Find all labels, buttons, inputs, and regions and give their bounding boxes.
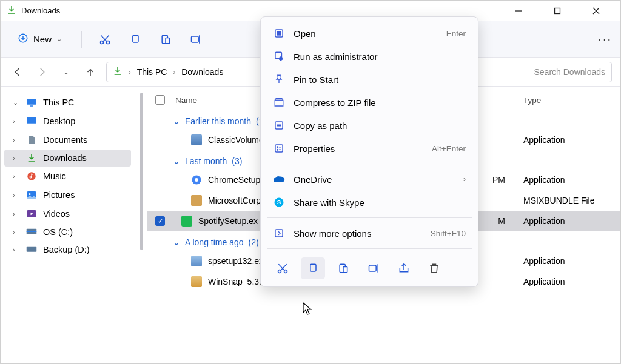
music-icon <box>26 171 37 182</box>
close-button[interactable] <box>583 2 609 20</box>
chevron-right-icon: › <box>13 136 20 144</box>
minimize-button[interactable] <box>505 2 532 20</box>
more-button[interactable]: ··· <box>598 32 612 46</box>
sidebar-label: OS (C:) <box>43 227 73 237</box>
window-title: Downloads <box>21 6 505 15</box>
sidebar-label: Downloads <box>43 153 87 163</box>
svg-rect-24 <box>277 31 281 35</box>
pictures-icon <box>26 190 37 200</box>
ctx-delete-button[interactable] <box>422 257 446 279</box>
download-app-icon <box>7 5 16 17</box>
ctx-show-more[interactable]: Show more options Shift+F10 <box>264 222 474 245</box>
svg-rect-38 <box>369 265 377 271</box>
sidebar-item-videos[interactable]: › Videos <box>4 205 131 223</box>
svg-rect-37 <box>343 267 347 273</box>
exe-icon <box>191 134 202 145</box>
sidebar-item-downloads[interactable]: › Downloads <box>4 150 131 167</box>
breadcrumb-root[interactable]: This PC <box>137 67 167 77</box>
sidebar-item-music[interactable]: › Music <box>4 167 131 185</box>
breadcrumb-folder[interactable]: Downloads <box>181 67 223 77</box>
up-button[interactable] <box>82 64 99 81</box>
sidebar: ⌄ This PC › Desktop › Documents › Downlo… <box>1 87 135 363</box>
sidebar-label: Documents <box>43 135 87 145</box>
copy-button[interactable] <box>123 29 147 50</box>
ctx-copy-path[interactable]: Copy as path <box>264 114 474 137</box>
pc-icon <box>26 97 37 108</box>
skype-icon: S <box>273 196 285 208</box>
chevron-right-icon: › <box>463 175 466 184</box>
context-menu: Open Enter Run as administrator Pin to S… <box>260 16 478 287</box>
sidebar-item-thispc[interactable]: ⌄ This PC <box>4 93 131 111</box>
svg-rect-32 <box>275 230 283 237</box>
select-all-checkbox[interactable] <box>155 95 165 105</box>
sidebar-label: Backup (D:) <box>43 245 90 254</box>
chevron-down-icon: ⌄ <box>173 156 180 166</box>
svg-rect-35 <box>310 264 316 271</box>
chevron-right-icon: › <box>13 210 20 217</box>
shield-icon <box>273 50 285 62</box>
ctx-properties[interactable]: Properties Alt+Enter <box>264 137 474 160</box>
svg-point-6 <box>107 41 110 44</box>
svg-rect-12 <box>30 105 33 107</box>
svg-point-34 <box>284 270 287 273</box>
maximize-button[interactable] <box>544 2 571 20</box>
sidebar-label: This PC <box>43 98 75 107</box>
props-icon <box>273 142 285 154</box>
chevron-icon: › <box>173 68 175 76</box>
path-icon <box>273 119 285 131</box>
svg-rect-11 <box>27 99 36 105</box>
pin-icon <box>273 73 285 85</box>
ctx-open[interactable]: Open Enter <box>264 22 474 45</box>
forward-button[interactable] <box>33 64 50 81</box>
chevron-right-icon: › <box>13 117 20 125</box>
sidebar-item-backup[interactable]: › Backup (D:) <box>4 241 131 258</box>
separator <box>81 31 82 48</box>
sidebar-item-pictures[interactable]: › Pictures <box>4 186 131 204</box>
open-icon <box>273 27 285 39</box>
chevron-down-icon: ⌄ <box>13 99 20 107</box>
more-icon <box>273 227 285 239</box>
ctx-cut-button[interactable] <box>270 257 295 279</box>
sidebar-item-desktop[interactable]: › Desktop <box>4 112 131 130</box>
sidebar-label: Music <box>43 171 66 181</box>
ctx-compress[interactable]: Compress to ZIP file <box>264 91 474 114</box>
ctx-onedrive[interactable]: OneDrive › <box>264 168 474 191</box>
recent-button[interactable]: ⌄ <box>58 64 75 81</box>
svg-point-28 <box>277 147 278 148</box>
new-button[interactable]: New ⌄ <box>9 29 70 49</box>
download-icon <box>113 66 123 78</box>
svg-rect-19 <box>27 231 37 233</box>
ctx-paste-button[interactable] <box>331 257 355 279</box>
svg-point-5 <box>101 41 104 44</box>
search-input[interactable]: Search Downloads <box>472 62 612 82</box>
scrollbar[interactable] <box>135 87 147 363</box>
rename-button[interactable] <box>184 29 208 50</box>
ctx-share-button[interactable] <box>392 257 416 279</box>
chevron-down-icon: ⌄ <box>173 237 180 247</box>
sidebar-item-os[interactable]: › OS (C:) <box>4 223 131 240</box>
sidebar-item-documents[interactable]: › Documents <box>4 131 131 149</box>
svg-point-29 <box>277 149 278 150</box>
col-type[interactable]: Type <box>523 96 620 105</box>
separator <box>267 217 472 218</box>
drive-icon <box>26 228 37 236</box>
paste-button[interactable] <box>153 29 178 50</box>
chevron-down-icon: ⌄ <box>173 116 180 126</box>
svg-rect-7 <box>133 35 138 42</box>
desktop-icon <box>26 116 37 127</box>
ctx-copy-button[interactable] <box>301 257 325 279</box>
checkbox-checked-icon[interactable]: ✓ <box>155 216 165 226</box>
sidebar-label: Desktop <box>43 116 75 126</box>
drive-icon <box>26 245 37 254</box>
chevron-right-icon: › <box>13 191 20 199</box>
zip-icon <box>273 96 285 108</box>
box-icon <box>191 195 202 206</box>
separator <box>267 248 472 249</box>
back-button[interactable] <box>9 64 26 81</box>
ctx-skype[interactable]: S Share with Skype <box>264 191 474 214</box>
cut-button[interactable] <box>93 29 117 50</box>
ctx-pin-to-start[interactable]: Pin to Start <box>264 68 474 91</box>
ctx-rename-button[interactable] <box>361 257 386 279</box>
plus-icon <box>18 33 29 45</box>
ctx-run-as-admin[interactable]: Run as administrator <box>264 45 474 68</box>
